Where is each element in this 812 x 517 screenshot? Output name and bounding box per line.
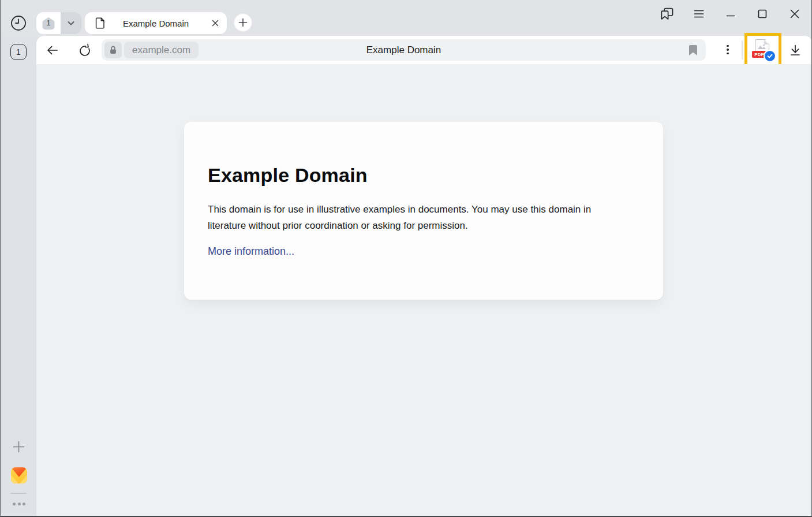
lock-icon bbox=[108, 45, 118, 55]
history-clock-icon[interactable] bbox=[10, 15, 27, 31]
window-close-button[interactable] bbox=[787, 6, 802, 21]
bookmark-button[interactable] bbox=[687, 44, 699, 56]
dot bbox=[727, 49, 729, 51]
dot bbox=[23, 503, 25, 505]
chevron-down-icon bbox=[66, 18, 76, 28]
pdf-extension-highlight-box[interactable]: PDF bbox=[744, 33, 781, 67]
mail-fold-left bbox=[11, 475, 18, 483]
downloads-button[interactable] bbox=[787, 42, 803, 58]
image-placeholder-icon bbox=[757, 44, 766, 50]
hamburger-menu-icon bbox=[692, 7, 706, 21]
window-minimize-button[interactable] bbox=[723, 6, 738, 21]
mail-app-icon[interactable] bbox=[11, 467, 27, 483]
dot bbox=[18, 503, 21, 505]
mail-envelope-flap bbox=[11, 467, 27, 477]
window-maximize-button[interactable] bbox=[755, 6, 770, 21]
bookmarks-panel-button[interactable] bbox=[660, 6, 675, 21]
close-icon bbox=[788, 7, 802, 21]
reload-icon bbox=[77, 43, 92, 58]
dot bbox=[727, 45, 729, 47]
tab-example-domain[interactable]: Example Domain bbox=[85, 12, 227, 34]
sidebar-add-button[interactable] bbox=[12, 440, 26, 454]
mail-fold-right bbox=[20, 475, 27, 483]
url-chip[interactable]: example.com bbox=[124, 42, 199, 58]
bookmark-flag-icon bbox=[688, 44, 698, 56]
tab-close-icon[interactable] bbox=[211, 18, 220, 28]
tab-title: Example Domain bbox=[85, 12, 227, 34]
sidebar-divider bbox=[10, 493, 27, 494]
toolbar-overflow-button[interactable] bbox=[721, 42, 735, 57]
minimize-icon bbox=[724, 7, 738, 21]
sidebar-more-button[interactable] bbox=[10, 500, 28, 508]
tab-group-dropdown-button[interactable] bbox=[61, 12, 81, 34]
sidebar-tab-counter[interactable]: 1 bbox=[10, 44, 27, 60]
url-text: example.com bbox=[132, 44, 190, 56]
tab-group-control: 1 bbox=[36, 12, 81, 34]
pdf-extension-button[interactable]: PDF bbox=[747, 36, 779, 64]
tab-strip: 1 Example Domain bbox=[1, 0, 811, 36]
dot bbox=[727, 53, 729, 55]
toolbar: example.com Example Domain bbox=[36, 36, 812, 64]
download-arrow-icon bbox=[788, 43, 803, 58]
page-viewport: Example Domain This domain is for use in… bbox=[36, 64, 812, 516]
plus-icon bbox=[12, 440, 26, 454]
address-bar[interactable]: example.com Example Domain bbox=[102, 39, 706, 61]
pdf-enabled-check-icon bbox=[764, 50, 776, 62]
maximize-icon bbox=[755, 7, 769, 21]
sidebar: 1 bbox=[1, 36, 36, 516]
page-heading: Example Domain bbox=[208, 163, 639, 187]
dot bbox=[13, 503, 16, 505]
page-paragraph: This domain is for use in illustrative e… bbox=[208, 202, 605, 233]
tab-group-count-button[interactable]: 1 bbox=[36, 12, 61, 34]
browser-window: 1 Example Domain bbox=[0, 0, 812, 517]
sidebar-tab-count-label: 1 bbox=[16, 47, 21, 57]
arrow-left-icon bbox=[45, 43, 60, 58]
site-security-button[interactable] bbox=[104, 42, 122, 58]
tab-count-badge: 1 bbox=[42, 17, 55, 30]
reload-button[interactable] bbox=[77, 43, 92, 58]
new-tab-button[interactable] bbox=[234, 13, 252, 32]
toolbar-separator bbox=[742, 40, 743, 59]
tab-count-label: 1 bbox=[42, 18, 55, 27]
back-button[interactable] bbox=[45, 43, 60, 58]
more-information-link[interactable]: More information... bbox=[208, 246, 294, 258]
example-domain-card: Example Domain This domain is for use in… bbox=[184, 122, 663, 300]
bookmarks-panel-icon bbox=[660, 6, 675, 21]
plus-icon bbox=[238, 17, 248, 28]
browser-menu-button[interactable] bbox=[691, 6, 706, 21]
